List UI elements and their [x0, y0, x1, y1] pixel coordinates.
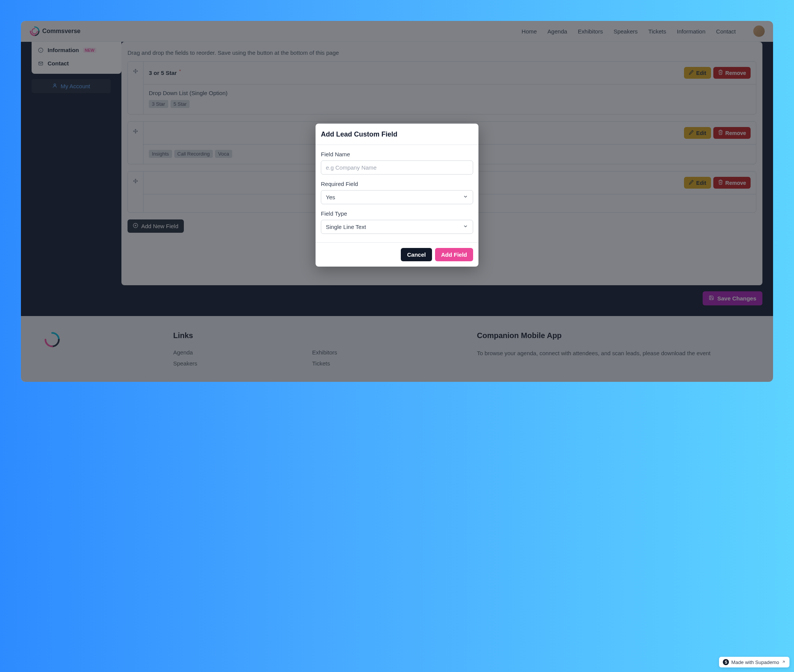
cancel-button[interactable]: Cancel [401, 248, 431, 261]
modal-title: Add Lead Custom Field [321, 130, 473, 138]
modal: Add Lead Custom Field Field Name Require… [316, 123, 478, 267]
app-container: Commsverse Home Agenda Exhibitors Speake… [21, 21, 773, 382]
modal-footer: Cancel Add Field [316, 242, 478, 267]
modal-overlay[interactable]: Add Lead Custom Field Field Name Require… [21, 21, 773, 382]
field-name-label: Field Name [321, 151, 473, 157]
supademo-badge[interactable]: S Made with Supademo [719, 657, 789, 667]
form-group-required: Required Field Yes [321, 181, 473, 204]
field-name-input[interactable] [321, 160, 473, 174]
supademo-icon: S [723, 659, 729, 665]
form-group-field-name: Field Name [321, 151, 473, 174]
field-type-value: Single Line Text [326, 224, 366, 230]
chevron-down-icon [463, 224, 468, 230]
field-type-label: Field Type [321, 210, 473, 217]
required-field-value: Yes [326, 194, 335, 200]
required-field-select[interactable]: Yes [321, 190, 473, 204]
modal-body: Field Name Required Field Yes Field Type [316, 145, 478, 242]
modal-header: Add Lead Custom Field [316, 123, 478, 145]
field-type-select[interactable]: Single Line Text [321, 220, 473, 234]
form-group-field-type: Field Type Single Line Text [321, 210, 473, 234]
chevron-down-icon [463, 194, 468, 200]
supademo-text: Made with Supademo [731, 659, 779, 665]
required-field-label: Required Field [321, 181, 473, 187]
add-field-button[interactable]: Add Field [435, 248, 473, 261]
external-link-icon [781, 659, 786, 665]
